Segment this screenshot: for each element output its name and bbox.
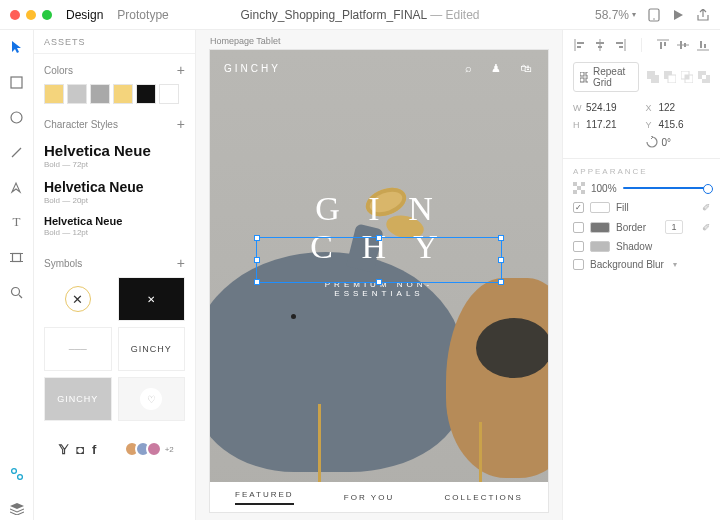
rectangle-tool[interactable] [6,71,28,93]
hero-figure-doll [446,278,548,478]
repeat-grid-button[interactable]: Repeat Grid [573,62,639,92]
charstyle-item[interactable]: Helvetica Neue Bold — 72pt [44,138,185,175]
close-window-icon[interactable] [10,10,20,20]
svg-rect-31 [704,44,706,48]
symbols-label: Symbols [44,258,82,269]
width-field[interactable]: W524.19 [573,102,638,113]
text-tool[interactable]: T [6,211,28,233]
eyedropper-icon[interactable]: ✐ [702,202,710,213]
align-bottom-icon[interactable] [696,38,710,52]
ellipse-tool[interactable] [6,106,28,128]
height-field[interactable]: H117.21 [573,119,638,130]
svg-rect-15 [577,42,584,44]
bool-exclude-icon[interactable] [698,71,710,83]
rotate-icon [646,136,658,148]
color-swatch[interactable] [67,84,87,104]
shadow-checkbox[interactable] [573,241,584,252]
pen-tool[interactable] [6,176,28,198]
maximize-window-icon[interactable] [42,10,52,20]
svg-rect-34 [580,78,584,82]
align-right-icon[interactable] [613,38,627,52]
opacity-slider[interactable] [623,187,710,189]
repeat-grid-icon [580,72,588,83]
share-icon[interactable] [696,9,710,21]
opacity-row[interactable]: 100% [573,182,710,194]
charstyle-meta: Bold — 12pt [44,228,185,237]
shadow-color[interactable] [590,241,610,252]
svg-point-13 [17,475,22,480]
fill-color[interactable] [590,202,610,213]
align-vcenter-icon[interactable] [676,38,690,52]
charstyle-name: Helvetica Neue [44,142,185,159]
fill-checkbox[interactable] [573,202,584,213]
document-name: Ginchy_Shopping_Platform_FINAL [240,8,426,22]
artboard-label[interactable]: Homepage Tablet [210,36,280,46]
heart-icon: ♡ [140,388,162,410]
color-swatch[interactable] [136,84,156,104]
color-swatch[interactable] [90,84,110,104]
color-swatches [44,84,185,104]
assets-panel-icon[interactable] [6,463,28,485]
zoom-tool[interactable] [6,281,28,303]
symbol-item[interactable]: ——— [44,327,112,371]
border-color[interactable] [590,222,610,233]
svg-rect-33 [586,72,588,76]
symbol-item[interactable]: ♡ [118,377,186,421]
x-field[interactable]: X122 [646,102,711,113]
charstyle-name: Helvetica Neue [44,215,185,227]
align-left-icon[interactable] [573,38,587,52]
bgblur-checkbox[interactable] [573,259,584,270]
artboard-tool[interactable] [6,246,28,268]
bool-add-icon[interactable] [647,71,659,83]
charstyle-item[interactable]: Helvetica Neue Bold — 20pt [44,175,185,211]
tab-prototype[interactable]: Prototype [117,8,168,22]
brand-logo: GINCHY [224,63,281,74]
canvas[interactable]: Homepage Tablet GINCHY ⌕ ♟ 🛍 G I N C H Y… [196,30,562,520]
rotation-field[interactable]: 0° [646,136,711,148]
select-tool[interactable] [6,36,28,58]
tab-design[interactable]: Design [66,8,103,22]
bool-subtract-icon[interactable] [664,71,676,83]
svg-rect-30 [700,41,702,48]
symbol-item[interactable]: +2 [118,427,186,471]
selection-box[interactable] [256,237,502,283]
symbol-item[interactable]: GINCHY [44,377,112,421]
symbol-item[interactable]: ✕ [44,277,112,321]
color-swatch[interactable] [113,84,133,104]
svg-rect-42 [685,75,689,79]
charstyle-meta: Bold — 72pt [44,160,185,169]
minimize-window-icon[interactable] [26,10,36,20]
y-field[interactable]: Y415.6 [646,119,711,130]
svg-rect-18 [596,42,604,44]
svg-rect-39 [668,75,676,83]
chevron-down-icon[interactable]: ▾ [673,260,677,269]
line-tool[interactable] [6,141,28,163]
twitter-icon: 𝕐 [59,442,68,457]
svg-rect-51 [581,190,585,194]
artboard[interactable]: GINCHY ⌕ ♟ 🛍 G I N C H Y PREMIUM NON-ESS… [210,50,548,512]
svg-rect-21 [616,42,623,44]
symbol-item[interactable]: GINCHY [118,327,186,371]
assets-header: ASSETS [34,30,195,54]
add-color-button[interactable]: + [177,62,185,78]
align-hcenter-icon[interactable] [593,38,607,52]
zoom-control[interactable]: 58.7% ▾ [595,8,636,22]
device-preview-icon[interactable] [648,8,660,22]
assets-panel: ASSETS Colors + Character Styles + Helve [34,30,196,520]
symbol-item[interactable]: ✕ [118,277,186,321]
charstyle-item[interactable]: Helvetica Neue Bold — 12pt [44,211,185,243]
border-checkbox[interactable] [573,222,584,233]
add-symbol-button[interactable]: + [177,255,185,271]
symbol-item[interactable]: 𝕐 ◘ f [44,427,112,471]
svg-rect-48 [581,182,585,186]
layers-panel-icon[interactable] [6,498,28,520]
border-width-field[interactable]: 1 [665,220,683,234]
svg-point-1 [653,18,655,20]
play-preview-icon[interactable] [672,9,684,21]
color-swatch[interactable] [159,84,179,104]
color-swatch[interactable] [44,84,64,104]
add-charstyle-button[interactable]: + [177,116,185,132]
bool-intersect-icon[interactable] [681,71,693,83]
eyedropper-icon[interactable]: ✐ [702,222,710,233]
align-top-icon[interactable] [656,38,670,52]
